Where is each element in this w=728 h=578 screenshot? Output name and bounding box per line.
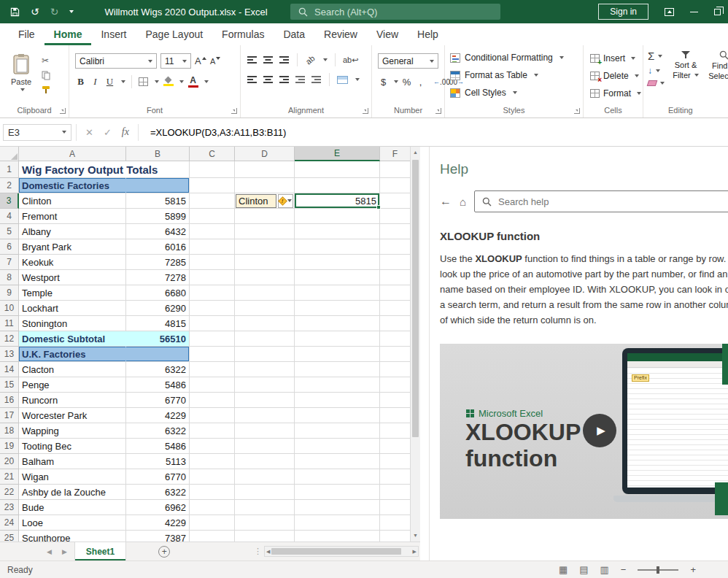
scroll-left-icon[interactable]: ◀ bbox=[266, 549, 270, 555]
row-header-7[interactable]: 7 bbox=[0, 255, 19, 270]
cell-C22[interactable] bbox=[190, 485, 235, 500]
cell-C23[interactable] bbox=[190, 500, 235, 515]
titlebar-search-box[interactable]: Search (Alt+Q) bbox=[290, 4, 500, 20]
cell-F24[interactable] bbox=[380, 515, 410, 531]
play-button[interactable]: ▶ bbox=[583, 414, 616, 447]
tab-split-handle[interactable]: ⋮ bbox=[254, 547, 262, 556]
cell-A13[interactable]: U.K. Factories bbox=[19, 347, 126, 362]
tab-review[interactable]: Review bbox=[314, 23, 367, 45]
decrease-font-size-button[interactable]: A bbox=[210, 55, 221, 68]
cell-D13[interactable] bbox=[235, 347, 295, 362]
cell-C14[interactable] bbox=[190, 362, 235, 377]
cell-A24[interactable]: Looe bbox=[19, 515, 126, 531]
cell-C12[interactable] bbox=[190, 331, 235, 347]
row-header-14[interactable]: 14 bbox=[0, 362, 19, 377]
autosum-button[interactable]: Σ bbox=[648, 51, 662, 61]
cell-F23[interactable] bbox=[380, 500, 410, 515]
row-header-5[interactable]: 5 bbox=[0, 224, 19, 239]
cell-D14[interactable] bbox=[235, 362, 295, 377]
insert-cells-button[interactable]: Insert bbox=[584, 50, 643, 66]
tab-help[interactable]: Help bbox=[408, 23, 448, 45]
cell-C19[interactable] bbox=[190, 439, 235, 454]
merge-center-button[interactable] bbox=[337, 73, 348, 86]
video-thumbnail[interactable]: Microsoft Excel XLOOKUP function ▶ Prefi… bbox=[440, 344, 728, 519]
cell-C21[interactable] bbox=[190, 469, 235, 485]
zoom-slider-thumb[interactable] bbox=[657, 566, 659, 574]
name-box[interactable]: E3 bbox=[3, 124, 71, 141]
cell-D21[interactable] bbox=[235, 469, 295, 485]
tab-data[interactable]: Data bbox=[274, 23, 314, 45]
cell-D15[interactable] bbox=[235, 377, 295, 393]
cell-F15[interactable] bbox=[380, 377, 410, 393]
font-dialog-launcher-icon[interactable] bbox=[231, 108, 237, 114]
align-top-button[interactable] bbox=[247, 53, 257, 66]
cell-C9[interactable] bbox=[190, 285, 235, 301]
cell-B10[interactable]: 6290 bbox=[126, 301, 190, 316]
cell-A9[interactable]: Temple bbox=[19, 285, 126, 301]
orientation-button[interactable]: ab bbox=[305, 53, 316, 66]
zoom-slider[interactable] bbox=[638, 569, 678, 571]
cell-B2[interactable] bbox=[126, 178, 190, 193]
cell-D9[interactable] bbox=[235, 285, 295, 301]
cell-E5[interactable] bbox=[295, 224, 380, 239]
cell-B14[interactable]: 6322 bbox=[126, 362, 190, 377]
home-icon[interactable]: ⌂ bbox=[460, 196, 466, 208]
cell-F1[interactable] bbox=[380, 161, 410, 178]
row-header-20[interactable]: 20 bbox=[0, 454, 19, 469]
comma-style-button[interactable]: , bbox=[415, 75, 426, 88]
formula-input[interactable]: =XLOOKUP(D3,A3:A11,B3:B11) bbox=[143, 127, 286, 138]
cell-E14[interactable] bbox=[295, 362, 380, 377]
cell-B24[interactable]: 4229 bbox=[126, 515, 190, 531]
cell-D10[interactable] bbox=[235, 301, 295, 316]
cell-E20[interactable] bbox=[295, 454, 380, 469]
row-header-9[interactable]: 9 bbox=[0, 285, 19, 301]
cell-E19[interactable] bbox=[295, 439, 380, 454]
zoom-in-button[interactable]: + bbox=[690, 564, 696, 575]
increase-indent-button[interactable] bbox=[311, 73, 322, 86]
row-header-10[interactable]: 10 bbox=[0, 301, 19, 316]
underline-button[interactable]: U bbox=[104, 75, 115, 88]
cell-styles-button[interactable]: Cell Styles bbox=[445, 85, 583, 101]
error-checking-button[interactable]: ! bbox=[278, 194, 293, 208]
cell-D8[interactable] bbox=[235, 270, 295, 285]
alignment-dialog-launcher-icon[interactable] bbox=[363, 108, 368, 114]
cell-A3[interactable]: Clinton bbox=[19, 193, 126, 209]
cell-E6[interactable] bbox=[295, 239, 380, 255]
cell-E15[interactable] bbox=[295, 377, 380, 393]
cell-B19[interactable]: 5486 bbox=[126, 439, 190, 454]
cell-C4[interactable] bbox=[190, 209, 235, 224]
col-header-B[interactable]: B bbox=[126, 147, 190, 161]
cell-D23[interactable] bbox=[235, 500, 295, 515]
cell-A19[interactable]: Tooting Bec bbox=[19, 439, 126, 454]
cell-C24[interactable] bbox=[190, 515, 235, 531]
undo-icon[interactable]: ↺ bbox=[31, 7, 39, 17]
cell-A8[interactable]: Westport bbox=[19, 270, 126, 285]
cell-B8[interactable]: 7278 bbox=[126, 270, 190, 285]
cell-C6[interactable] bbox=[190, 239, 235, 255]
cell-E16[interactable] bbox=[295, 393, 380, 408]
cell-D16[interactable] bbox=[235, 393, 295, 408]
cell-C11[interactable] bbox=[190, 316, 235, 331]
sheet-nav-right-icon[interactable]: ▶ bbox=[62, 548, 67, 555]
number-dialog-launcher-icon[interactable] bbox=[435, 108, 441, 114]
cell-D19[interactable] bbox=[235, 439, 295, 454]
cell-D7[interactable] bbox=[235, 255, 295, 270]
row-header-24[interactable]: 24 bbox=[0, 515, 19, 531]
cell-F16[interactable] bbox=[380, 393, 410, 408]
conditional-formatting-button[interactable]: Conditional Formatting bbox=[445, 50, 583, 66]
cell-E13[interactable] bbox=[295, 347, 380, 362]
row-header-12[interactable]: 12 bbox=[0, 331, 19, 347]
percent-style-button[interactable]: % bbox=[401, 75, 412, 88]
cell-E8[interactable] bbox=[295, 270, 380, 285]
cell-B25[interactable]: 7387 bbox=[126, 531, 190, 542]
row-header-22[interactable]: 22 bbox=[0, 485, 19, 500]
cell-E25[interactable] bbox=[295, 531, 380, 542]
select-all-corner[interactable] bbox=[0, 147, 19, 161]
font-name-select[interactable]: Calibri bbox=[75, 53, 157, 69]
cell-B15[interactable]: 5486 bbox=[126, 377, 190, 393]
cell-F2[interactable] bbox=[380, 178, 410, 193]
cell-C5[interactable] bbox=[190, 224, 235, 239]
row-header-25[interactable]: 25 bbox=[0, 531, 19, 542]
copy-button[interactable] bbox=[42, 71, 50, 80]
cell-F25[interactable] bbox=[380, 531, 410, 542]
